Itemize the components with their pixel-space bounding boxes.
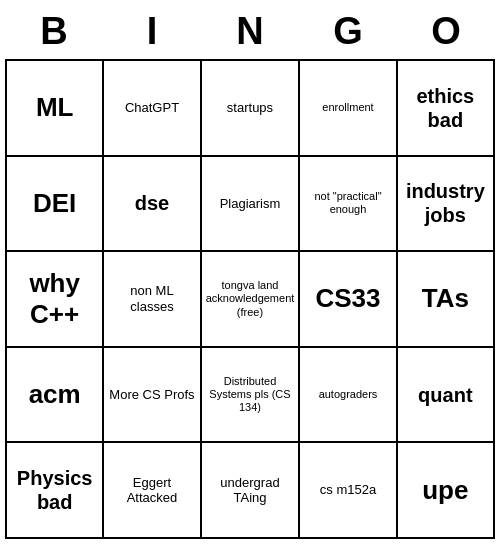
header-letter: N bbox=[201, 6, 299, 57]
header-letter: I bbox=[103, 6, 201, 57]
bingo-cell: ChatGPT bbox=[104, 61, 201, 157]
cell-text: Physics bad bbox=[11, 466, 98, 514]
bingo-cell: Eggert Attacked bbox=[104, 443, 201, 539]
cell-text: why C++ bbox=[11, 268, 98, 330]
cell-text: DEI bbox=[33, 188, 76, 219]
cell-text: startups bbox=[227, 100, 273, 116]
bingo-cell: startups bbox=[202, 61, 301, 157]
cell-text: autograders bbox=[319, 388, 378, 401]
bingo-cell: why C++ bbox=[7, 252, 104, 348]
cell-text: Distributed Systems pls (CS 134) bbox=[206, 375, 295, 415]
bingo-cell: not "practical" enough bbox=[300, 157, 397, 253]
cell-text: cs m152a bbox=[320, 482, 376, 498]
cell-text: enrollment bbox=[322, 101, 373, 114]
bingo-cell: enrollment bbox=[300, 61, 397, 157]
cell-text: undergrad TAing bbox=[206, 475, 295, 506]
cell-text: ML bbox=[36, 92, 74, 123]
cell-text: non ML classes bbox=[108, 283, 195, 314]
cell-text: acm bbox=[29, 379, 81, 410]
bingo-cell: undergrad TAing bbox=[202, 443, 301, 539]
bingo-cell: More CS Profs bbox=[104, 348, 201, 444]
bingo-cell: tongva land acknowledgement (free) bbox=[202, 252, 301, 348]
bingo-cell: ML bbox=[7, 61, 104, 157]
bingo-cell: autograders bbox=[300, 348, 397, 444]
cell-text: Eggert Attacked bbox=[108, 475, 195, 506]
bingo-cell: dse bbox=[104, 157, 201, 253]
bingo-cell: industry jobs bbox=[398, 157, 495, 253]
bingo-cell: cs m152a bbox=[300, 443, 397, 539]
bingo-cell: non ML classes bbox=[104, 252, 201, 348]
bingo-card: BINGO MLChatGPTstartupsenrollmentethics … bbox=[5, 6, 495, 539]
bingo-cell: TAs bbox=[398, 252, 495, 348]
bingo-header: BINGO bbox=[5, 6, 495, 57]
header-letter: G bbox=[299, 6, 397, 57]
cell-text: tongva land acknowledgement (free) bbox=[206, 279, 295, 319]
cell-text: Plagiarism bbox=[220, 196, 281, 212]
cell-text: CS33 bbox=[315, 283, 380, 314]
cell-text: ethics bad bbox=[402, 84, 489, 132]
header-letter: O bbox=[397, 6, 495, 57]
bingo-cell: DEI bbox=[7, 157, 104, 253]
cell-text: not "practical" enough bbox=[304, 190, 391, 216]
cell-text: TAs bbox=[422, 283, 469, 314]
bingo-cell: Physics bad bbox=[7, 443, 104, 539]
cell-text: More CS Profs bbox=[109, 387, 194, 403]
bingo-grid: MLChatGPTstartupsenrollmentethics badDEI… bbox=[5, 59, 495, 539]
bingo-cell: Plagiarism bbox=[202, 157, 301, 253]
cell-text: dse bbox=[135, 191, 169, 215]
header-letter: B bbox=[5, 6, 103, 57]
bingo-cell: ethics bad bbox=[398, 61, 495, 157]
bingo-cell: acm bbox=[7, 348, 104, 444]
bingo-cell: Distributed Systems pls (CS 134) bbox=[202, 348, 301, 444]
cell-text: ChatGPT bbox=[125, 100, 179, 116]
bingo-cell: CS33 bbox=[300, 252, 397, 348]
cell-text: upe bbox=[422, 475, 468, 506]
cell-text: industry jobs bbox=[402, 179, 489, 227]
bingo-cell: quant bbox=[398, 348, 495, 444]
bingo-cell: upe bbox=[398, 443, 495, 539]
cell-text: quant bbox=[418, 383, 472, 407]
